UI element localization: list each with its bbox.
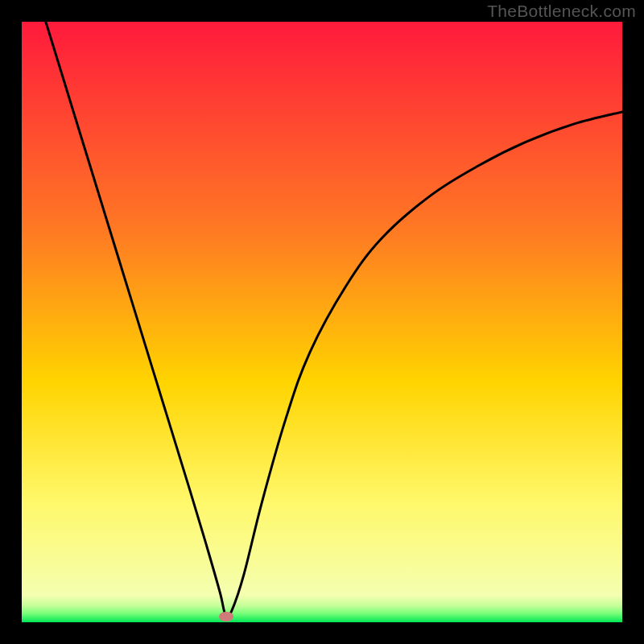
- chart-plot: [22, 22, 622, 622]
- watermark-text: TheBottleneck.com: [487, 2, 636, 21]
- chart-frame: TheBottleneck.com: [0, 0, 644, 644]
- gradient-background: [22, 22, 622, 622]
- optimal-point-marker: [219, 612, 233, 621]
